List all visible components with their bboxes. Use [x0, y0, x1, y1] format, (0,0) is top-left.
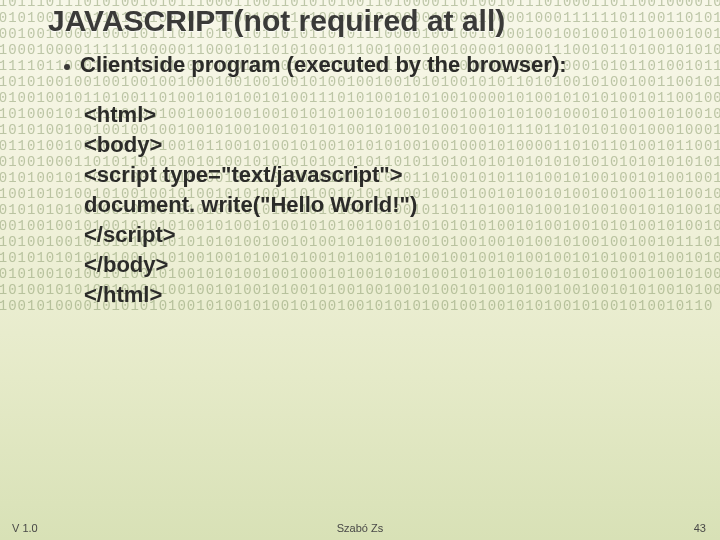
footer-author: Szabó Zs [0, 522, 720, 534]
slide-content: JAVASCRIPT(not required at all) Clientsi… [0, 0, 720, 540]
footer-page: 43 [694, 522, 706, 534]
code-line: <body> [84, 130, 680, 160]
code-line: </body> [84, 250, 680, 280]
bullet-dot-icon [64, 64, 70, 70]
code-line: </html> [84, 280, 680, 310]
bullet-text: Clientside program (executed by the brow… [80, 52, 567, 78]
slide-title: JAVASCRIPT(not required at all) [48, 4, 680, 38]
code-line: </script> [84, 220, 680, 250]
code-line: <html> [84, 100, 680, 130]
bullet-item: Clientside program (executed by the brow… [64, 52, 680, 78]
slide-footer: V 1.0 Szabó Zs 43 [0, 516, 720, 534]
code-line: document. write("Hello World!") [84, 190, 680, 220]
code-line: <script type="text/javascript"> [84, 160, 680, 190]
